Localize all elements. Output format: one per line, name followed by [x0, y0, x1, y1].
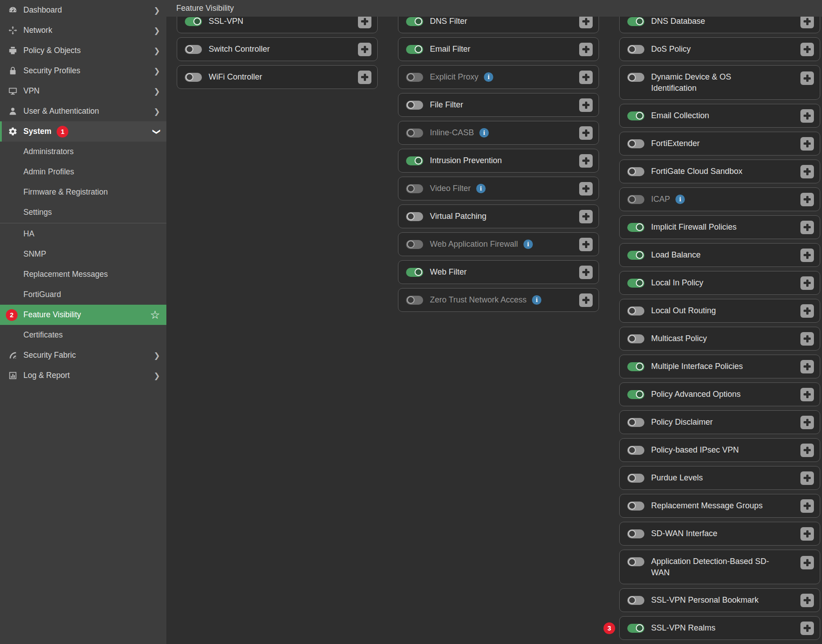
- info-icon[interactable]: i: [675, 195, 685, 204]
- email-filter-toggle[interactable]: [406, 45, 423, 54]
- virtual-patching-toggle[interactable]: [406, 212, 423, 221]
- multiple-interface-policies-add-button[interactable]: [800, 360, 814, 373]
- sidebar-item-network[interactable]: Network❯: [0, 20, 166, 40]
- inline-casb-add-button[interactable]: [579, 126, 593, 140]
- wifi-controller-add-button[interactable]: [358, 71, 371, 84]
- fortigate-cloud-sandbox-add-button[interactable]: [800, 165, 814, 178]
- file-filter-toggle[interactable]: [406, 101, 423, 110]
- policy-based-ipsec-vpn-toggle[interactable]: [627, 446, 644, 455]
- application-detection-based-sd-wan-add-button[interactable]: [800, 556, 814, 569]
- sidebar-item-system[interactable]: System1❯: [0, 121, 166, 142]
- application-detection-based-sd-wan-toggle[interactable]: [627, 557, 644, 566]
- implicit-firewall-policies-toggle[interactable]: [627, 223, 644, 232]
- sidebar-item-log-report[interactable]: Log & Report❯: [0, 365, 166, 386]
- dns-database-toggle[interactable]: [627, 17, 644, 26]
- video-filter-add-button[interactable]: [579, 182, 593, 195]
- multiple-interface-policies-toggle[interactable]: [627, 362, 644, 371]
- policy-disclaimer-add-button[interactable]: [800, 416, 814, 429]
- sidebar-item-firmware-registration[interactable]: Firmware & Registration: [0, 182, 166, 202]
- inline-casb-toggle[interactable]: [406, 129, 423, 138]
- sidebar-item-ha[interactable]: HA: [0, 224, 166, 244]
- sidebar-item-vpn[interactable]: VPN❯: [0, 81, 166, 101]
- dns-filter-toggle[interactable]: [406, 17, 423, 26]
- sd-wan-interface-toggle[interactable]: [627, 529, 644, 538]
- info-icon[interactable]: i: [484, 72, 493, 82]
- ssl-vpn-personal-bookmark-add-button[interactable]: [800, 594, 814, 607]
- info-icon[interactable]: i: [532, 295, 541, 305]
- email-filter-add-button[interactable]: [579, 43, 593, 56]
- sd-wan-interface-add-button[interactable]: [800, 527, 814, 541]
- video-filter-toggle[interactable]: [406, 184, 423, 193]
- explicit-proxy-add-button[interactable]: [579, 71, 593, 84]
- explicit-proxy-toggle[interactable]: [406, 73, 423, 82]
- sidebar-item-admin-profiles[interactable]: Admin Profiles: [0, 162, 166, 182]
- replacement-message-groups-add-button[interactable]: [800, 499, 814, 513]
- policy-advanced-options-toggle[interactable]: [627, 390, 644, 399]
- switch-controller-toggle[interactable]: [185, 45, 202, 54]
- email-collection-add-button[interactable]: [800, 109, 814, 123]
- sidebar-item-user-authentication[interactable]: User & Authentication❯: [0, 101, 166, 121]
- sidebar-item-settings[interactable]: Settings: [0, 202, 166, 222]
- multicast-policy-add-button[interactable]: [800, 332, 814, 346]
- load-balance-add-button[interactable]: [800, 249, 814, 262]
- fortigate-cloud-sandbox-toggle[interactable]: [627, 167, 644, 176]
- local-out-routing-add-button[interactable]: [800, 304, 814, 318]
- dos-policy-toggle[interactable]: [627, 45, 644, 54]
- switch-controller-add-button[interactable]: [358, 43, 371, 56]
- info-icon[interactable]: i: [523, 240, 533, 249]
- chart-icon: [7, 370, 18, 381]
- dos-policy-add-button[interactable]: [800, 43, 814, 56]
- policy-advanced-options-add-button[interactable]: [800, 388, 814, 401]
- sidebar-item-certificates[interactable]: Certificates: [0, 325, 166, 345]
- multicast-policy-toggle[interactable]: [627, 334, 644, 343]
- ssl-vpn-realms-toggle[interactable]: [627, 624, 644, 633]
- sidebar-item-administrators[interactable]: Administrators: [0, 142, 166, 162]
- policy-based-ipsec-vpn-add-button[interactable]: [800, 444, 814, 457]
- purdue-levels-add-button[interactable]: [800, 471, 814, 485]
- sidebar-item-snmp[interactable]: SNMP: [0, 244, 166, 264]
- sidebar-item-replacement-messages[interactable]: Replacement Messages: [0, 264, 166, 284]
- purdue-levels-toggle[interactable]: [627, 474, 644, 483]
- fortiextender-toggle[interactable]: [627, 139, 644, 148]
- favorite-star-icon[interactable]: ☆: [150, 309, 160, 320]
- info-icon[interactable]: i: [479, 128, 489, 138]
- sidebar-item-policy-objects[interactable]: Policy & Objects❯: [0, 40, 166, 61]
- policy-disclaimer-toggle[interactable]: [627, 418, 644, 427]
- intrusion-prevention-toggle[interactable]: [406, 156, 423, 165]
- sidebar-item-security-profiles[interactable]: Security Profiles❯: [0, 61, 166, 81]
- ssl-vpn-personal-bookmark-toggle[interactable]: [627, 596, 644, 605]
- virtual-patching-add-button[interactable]: [579, 210, 593, 223]
- sidebar-item-dashboard[interactable]: Dashboard❯: [0, 0, 166, 20]
- fortiextender-add-button[interactable]: [800, 137, 814, 151]
- web-filter-toggle[interactable]: [406, 268, 423, 277]
- dns-filter-add-button[interactable]: [579, 15, 593, 28]
- gear-icon: [7, 126, 18, 137]
- load-balance-toggle[interactable]: [627, 251, 644, 260]
- dns-database-add-button[interactable]: [800, 15, 814, 28]
- sidebar-item-feature-visibility[interactable]: 2Feature Visibility☆: [0, 305, 166, 325]
- web-application-firewall-toggle[interactable]: [406, 240, 423, 249]
- email-collection-toggle[interactable]: [627, 111, 644, 120]
- icap-add-button[interactable]: [800, 193, 814, 206]
- local-out-routing-toggle[interactable]: [627, 306, 644, 315]
- implicit-firewall-policies-add-button[interactable]: [800, 221, 814, 234]
- web-filter-add-button[interactable]: [579, 266, 593, 279]
- ssl-vpn-toggle[interactable]: [185, 17, 202, 26]
- zero-trust-network-access-add-button[interactable]: [579, 293, 593, 307]
- sidebar-item-fortiguard[interactable]: FortiGuard: [0, 284, 166, 305]
- local-in-policy-add-button[interactable]: [800, 276, 814, 290]
- zero-trust-network-access-toggle[interactable]: [406, 296, 423, 305]
- ssl-vpn-realms-add-button[interactable]: [800, 622, 814, 635]
- ssl-vpn-add-button[interactable]: [358, 15, 371, 28]
- web-application-firewall-add-button[interactable]: [579, 238, 593, 251]
- icap-toggle[interactable]: [627, 195, 644, 204]
- local-in-policy-toggle[interactable]: [627, 279, 644, 288]
- info-icon[interactable]: i: [476, 184, 486, 193]
- file-filter-add-button[interactable]: [579, 98, 593, 112]
- dynamic-device-os-identification-toggle[interactable]: [627, 73, 644, 82]
- sidebar-item-security-fabric[interactable]: Security Fabric❯: [0, 345, 166, 365]
- intrusion-prevention-add-button[interactable]: [579, 154, 593, 168]
- wifi-controller-toggle[interactable]: [185, 73, 202, 82]
- replacement-message-groups-toggle[interactable]: [627, 502, 644, 511]
- dynamic-device-os-identification-add-button[interactable]: [800, 71, 814, 85]
